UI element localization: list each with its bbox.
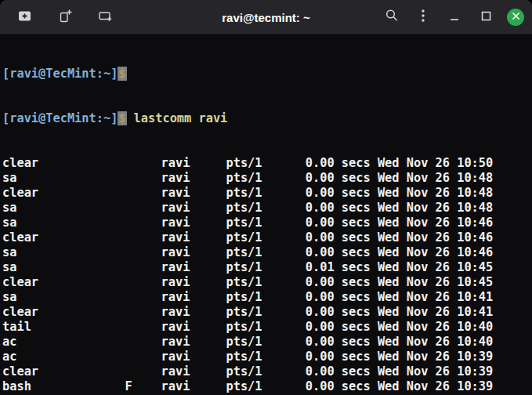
lastcomm-row: sa ravi pts/1 0.00 secs Wed Nov 26 10:46 — [2, 245, 532, 260]
lastcomm-row: clear ravi pts/1 0.00 secs Wed Nov 26 10… — [2, 275, 532, 290]
lastcomm-row: sa ravi pts/1 0.00 secs Wed Nov 26 10:46 — [2, 216, 532, 230]
lastcomm-row: clear ravi pts/1 0.00 secs Wed Nov 26 10… — [2, 305, 532, 320]
lastcomm-row: ac ravi pts/1 0.00 secs Wed Nov 26 10:39 — [2, 350, 532, 364]
prompt-line: [ravi@TecMint:~]$ — [2, 67, 532, 82]
minimize-icon — [450, 9, 459, 24]
new-terminal-tab-icon — [99, 10, 113, 24]
lastcomm-row: sa ravi pts/1 0.00 secs Wed Nov 26 10:48 — [2, 201, 532, 216]
close-icon — [512, 11, 520, 23]
terminal-window: ravi@tecmint: ~ — [0, 0, 532, 395]
lastcomm-row: clear ravi pts/1 0.00 secs Wed Nov 26 10… — [2, 156, 532, 171]
lastcomm-row: sa ravi pts/1 0.01 secs Wed Nov 26 10:45 — [2, 260, 532, 275]
lastcomm-row: tail ravi pts/1 0.00 secs Wed Nov 26 10:… — [2, 320, 532, 335]
terminal-output-area[interactable]: [ravi@TecMint:~]$ [ravi@TecMint:~]$lastc… — [0, 34, 532, 395]
maximize-button[interactable] — [476, 7, 496, 27]
search-button[interactable] — [382, 7, 402, 27]
lastcomm-row: clear ravi pts/1 0.00 secs Wed Nov 26 10… — [2, 364, 532, 379]
prompt-symbol-block: $ — [118, 67, 126, 81]
new-tab-button[interactable] — [55, 7, 75, 27]
new-tab-icon — [59, 9, 72, 25]
titlebar-left-actions — [14, 7, 116, 27]
lastcomm-row: sa ravi pts/1 0.00 secs Wed Nov 26 10:41 — [2, 290, 532, 305]
titlebar-right-actions — [382, 7, 524, 27]
lastcomm-row: ac ravi pts/1 0.00 secs Wed Nov 26 10:40 — [2, 335, 532, 350]
shell-prompt: [ravi@TecMint:~] — [2, 111, 118, 125]
command-line: [ravi@TecMint:~]$lastcomm ravi — [2, 111, 532, 126]
shell-prompt: [ravi@TecMint:~] — [2, 67, 118, 81]
titlebar: ravi@tecmint: ~ — [0, 0, 532, 34]
new-window-button[interactable] — [14, 7, 34, 27]
lastcomm-row: clear ravi pts/1 0.00 secs Wed Nov 26 10… — [2, 186, 532, 201]
lastcomm-row: sa ravi pts/1 0.00 secs Wed Nov 26 10:48 — [2, 171, 532, 186]
window-title: ravi@tecmint: ~ — [222, 10, 310, 24]
new-terminal-tab-button[interactable] — [96, 7, 116, 27]
new-window-icon — [18, 10, 31, 24]
lastcomm-row: bash F ravi pts/1 0.00 secs Wed Nov 26 1… — [2, 379, 532, 394]
close-button[interactable] — [507, 9, 524, 26]
kebab-menu-icon — [421, 9, 425, 25]
magnifier-icon — [385, 9, 399, 25]
minimize-button[interactable] — [444, 7, 465, 27]
lastcomm-output: clear ravi pts/1 0.00 secs Wed Nov 26 10… — [2, 156, 532, 395]
maximize-icon — [481, 11, 491, 24]
lastcomm-row: clear ravi pts/1 0.00 secs Wed Nov 26 10… — [2, 230, 532, 245]
menu-button[interactable] — [413, 7, 433, 27]
typed-command: lastcomm ravi — [127, 111, 228, 125]
prompt-symbol-block: $ — [118, 111, 126, 125]
